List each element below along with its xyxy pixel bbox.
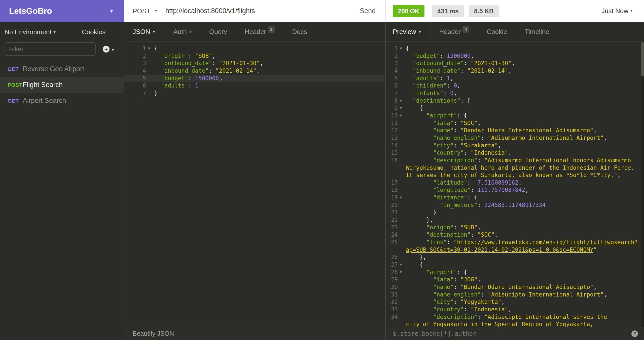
tab-label: Timeline — [525, 28, 549, 36]
fold-gutter — [398, 75, 404, 82]
code-text: It serves the city of Surakarta, also kn… — [406, 172, 621, 179]
code-line: 17 "latitude": -7.5160899162, — [386, 179, 644, 187]
fold-gutter — [398, 313, 404, 321]
method-dropdown[interactable]: POST — [133, 7, 151, 15]
tab-timeline[interactable]: Timeline — [516, 22, 558, 41]
help-icon[interactable]: ? — [631, 330, 638, 337]
code-text: "description": "Adisumarmo International… — [406, 157, 631, 164]
status-badge: 200 OK — [393, 5, 424, 17]
tab-label: Header — [439, 28, 461, 36]
tab-header[interactable]: Header1 — [236, 22, 283, 41]
fold-arrow-icon[interactable]: ▼ — [398, 261, 404, 269]
top-bar: POST ▾ http://localhost:8000/v1/flights … — [124, 0, 644, 22]
fold-gutter — [398, 298, 404, 306]
fold-gutter — [398, 253, 404, 261]
chevron-down-icon[interactable]: ▾ — [53, 29, 56, 35]
workspace-header[interactable]: LetsGoBro ▾ — [0, 0, 124, 22]
line-number: 1 — [388, 45, 398, 52]
beautify-json-button[interactable]: Beautify JSON — [133, 330, 174, 337]
line-number: 20 — [388, 201, 398, 209]
line-number — [388, 321, 398, 327]
environment-selector[interactable]: No Environment — [5, 28, 51, 36]
tab-cookie[interactable]: Cookie — [478, 22, 516, 41]
code-text: city of Yogyakarta in the Special Region… — [406, 321, 593, 327]
chevron-down-icon[interactable]: ▾ — [630, 8, 632, 13]
response-scrollbar-thumb[interactable] — [641, 42, 644, 76]
tab-docs[interactable]: Docs — [283, 22, 316, 41]
code-line: 2 "origin": "SUB", — [124, 52, 385, 60]
code-line: 30 "name": "Bandar Udara Internasional A… — [386, 283, 644, 291]
fold-arrow-icon[interactable]: ▼ — [398, 194, 404, 201]
fold-gutter — [398, 127, 404, 134]
tab-header[interactable]: Header4 — [431, 22, 478, 41]
request-name: Airport Search — [23, 97, 66, 105]
fold-gutter — [398, 209, 404, 216]
chevron-down-icon[interactable]: ▾ — [155, 8, 157, 13]
send-button[interactable]: Send — [360, 7, 376, 15]
tab-query[interactable]: Query — [200, 22, 236, 41]
line-number: 15 — [388, 149, 398, 157]
fold-gutter — [146, 67, 152, 75]
fold-arrow-icon[interactable]: ▼ — [398, 45, 404, 52]
code-line: 2 "budget": 1500000, — [386, 52, 644, 60]
code-line: 14 "city": "Surakarta", — [386, 142, 644, 149]
code-text: "country": "Indonesia", — [406, 149, 512, 157]
code-line: 28▼ "airport": { — [386, 269, 644, 276]
add-request-icon[interactable]: + — [103, 46, 110, 53]
code-line: 25 "link": "https://www.traveloka.com/en… — [386, 239, 644, 246]
code-line: 4 "inbound_date": "2021-02-14", — [386, 67, 644, 75]
code-line: 1▼{ — [386, 45, 644, 52]
line-number: 24 — [388, 231, 398, 239]
code-text: "city": "Surakarta", — [406, 142, 501, 149]
code-line: 7} — [124, 90, 385, 97]
response-scrollbar-track[interactable] — [641, 42, 644, 327]
line-number: 3 — [136, 60, 146, 67]
tab-preview[interactable]: Preview▾ — [393, 22, 431, 41]
response-time-badge: 431 ms — [432, 5, 464, 17]
response-filter-input[interactable] — [393, 330, 631, 337]
code-text: Wiryokusumo, national hero and pioneer o… — [406, 164, 634, 172]
fold-arrow-icon[interactable]: ▼ — [398, 112, 404, 119]
chevron-down-icon[interactable]: ▾ — [112, 47, 114, 53]
code-text: }, — [406, 253, 426, 261]
panel-divider[interactable] — [385, 22, 386, 340]
request-body-editor[interactable]: 1▼{2 "origin": "SUB",3 "outbound_date": … — [124, 42, 385, 327]
code-text: "adults": 1 — [154, 82, 198, 90]
fold-arrow-icon[interactable]: ▼ — [398, 269, 404, 276]
line-number: 5 — [136, 75, 146, 82]
chevron-down-icon: ▾ — [419, 29, 421, 34]
cookies-button[interactable]: Cookies — [82, 28, 105, 36]
sidebar-request-flight-search[interactable]: POSTFlight Search — [0, 77, 124, 93]
request-name: Flight Search — [23, 81, 63, 89]
code-line: Wiryokusumo, national hero and pioneer o… — [386, 164, 644, 172]
code-line: 10▼ "airport": { — [386, 112, 644, 119]
tab-label: Cookie — [487, 28, 507, 36]
tab-json[interactable]: JSON▾ — [133, 22, 164, 41]
tab-auth[interactable]: Auth▾ — [164, 22, 200, 41]
fold-arrow-icon[interactable]: ▼ — [146, 45, 152, 52]
line-number: 6 — [136, 82, 146, 90]
chevron-down-icon[interactable]: ▾ — [110, 8, 113, 14]
code-text: ap=SUB.SOC&dt=30-01-2021.14-02-2021&ps=1… — [406, 246, 597, 254]
code-text: }, — [406, 216, 433, 224]
filter-input[interactable] — [5, 42, 96, 56]
line-number: 5 — [388, 75, 398, 82]
request-footer: Beautify JSON — [124, 327, 385, 340]
code-line: 3 "outbound_date": "2021-01-30", — [124, 60, 385, 67]
fold-arrow-icon[interactable]: ▼ — [398, 97, 404, 105]
fold-gutter — [398, 179, 404, 187]
sidebar-request-reverse-geo-airport[interactable]: GETReverse Geo Airport — [0, 61, 124, 77]
fold-gutter — [146, 82, 152, 90]
code-text: "name_english": "Adisucipto Internationa… — [406, 291, 607, 299]
sidebar-request-airport-search[interactable]: GETAirport Search — [0, 93, 124, 109]
code-text: "name": "Bandar Udara Internasional Adis… — [406, 127, 597, 134]
fold-arrow-icon[interactable]: ▼ — [398, 104, 404, 112]
tab-label: JSON — [133, 28, 150, 36]
code-line: 29 "iata": "JOG", — [386, 276, 644, 283]
line-number — [388, 164, 398, 172]
code-text: } — [406, 209, 437, 216]
code-line: 24 "destination": "SOC", — [386, 231, 644, 239]
url-input[interactable]: http://localhost:8000/v1/flights — [165, 7, 255, 15]
request-list: GETReverse Geo AirportPOSTFlight SearchG… — [0, 61, 124, 109]
response-history-dropdown[interactable]: Just Now — [601, 7, 628, 15]
